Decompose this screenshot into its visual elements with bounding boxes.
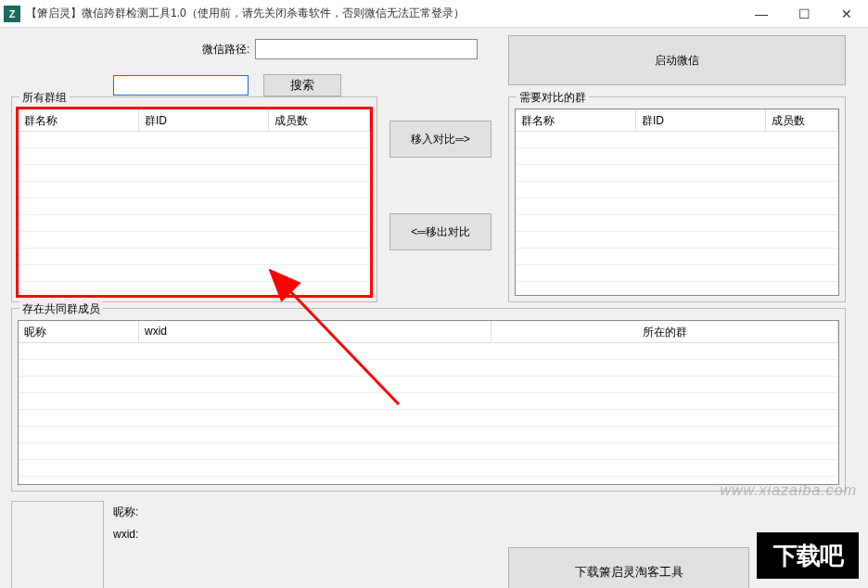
col-wxid[interactable]: wxid xyxy=(139,321,491,342)
common-members-panel: 存在共同群成员 昵称 wxid 所在的群 xyxy=(11,308,846,492)
table-row xyxy=(19,265,370,282)
move-to-compare-button[interactable]: 移入对比═> xyxy=(389,121,491,158)
all-groups-table[interactable]: 群名称 群ID 成员数 xyxy=(16,107,373,298)
site-logo: 下载吧 xyxy=(757,532,859,579)
table-row xyxy=(19,182,370,198)
search-input[interactable] xyxy=(113,75,249,96)
table-row xyxy=(19,393,838,410)
app-icon: Z xyxy=(4,6,20,22)
table-row xyxy=(516,232,838,249)
compare-groups-panel: 需要对比的群 群名称 群ID 成员数 xyxy=(508,96,846,302)
table-row xyxy=(19,198,370,215)
table-row xyxy=(19,360,838,377)
detail-wxid-label: wxid: xyxy=(113,528,857,541)
col-group-id[interactable]: 群ID xyxy=(139,109,269,131)
minimize-button[interactable]: — xyxy=(740,0,783,28)
table-row xyxy=(19,249,370,265)
window-title: 【箫启灵】微信跨群检测工具1.0（使用前，请先关闭杀毒软件，否则微信无法正常登录… xyxy=(26,6,740,21)
table-row xyxy=(19,132,370,148)
remove-from-compare-button[interactable]: <═移出对比 xyxy=(389,213,491,250)
search-button[interactable]: 搜索 xyxy=(263,74,341,96)
all-groups-panel: 所有群组 群名称 群ID 成员数 xyxy=(11,96,377,302)
launch-wechat-button[interactable]: 启动微信 xyxy=(508,35,846,85)
watermark-text: www.xiazaiba.com xyxy=(720,482,857,499)
table-header: 群名称 群ID 成员数 xyxy=(516,109,838,132)
detail-nickname-label: 昵称: xyxy=(113,505,857,520)
table-row xyxy=(19,343,838,360)
table-row xyxy=(516,198,838,215)
table-row xyxy=(19,215,370,232)
col-group-id[interactable]: 群ID xyxy=(636,109,766,131)
col-group-name[interactable]: 群名称 xyxy=(19,109,139,131)
common-members-label: 存在共同群成员 xyxy=(19,301,103,317)
table-header: 昵称 wxid 所在的群 xyxy=(19,321,838,343)
table-row xyxy=(516,265,838,282)
common-members-table[interactable]: 昵称 wxid 所在的群 xyxy=(18,320,839,485)
transfer-buttons: 移入对比═> <═移出对比 xyxy=(389,121,491,306)
table-row xyxy=(19,427,838,443)
all-groups-label: 所有群组 xyxy=(19,90,70,106)
table-row xyxy=(19,377,838,393)
maximize-button[interactable]: ☐ xyxy=(783,0,825,28)
avatar-box xyxy=(11,501,104,588)
table-row xyxy=(19,460,838,477)
table-row xyxy=(19,148,370,165)
table-row xyxy=(516,148,838,165)
table-row xyxy=(19,443,838,460)
table-header: 群名称 群ID 成员数 xyxy=(19,109,370,132)
search-row: 搜索 xyxy=(113,74,341,96)
col-members[interactable]: 成员数 xyxy=(269,109,370,131)
col-group-name[interactable]: 群名称 xyxy=(516,109,636,131)
compare-groups-label: 需要对比的群 xyxy=(517,90,589,106)
table-row xyxy=(516,132,838,148)
window-controls: — ☐ ✕ xyxy=(740,0,868,28)
main-area: 微信路径: 启动微信 搜索 所有群组 群名称 群ID 成员数 移入对 xyxy=(0,28,868,588)
table-row xyxy=(19,232,370,249)
wechat-path-input[interactable] xyxy=(255,39,478,59)
col-in-group[interactable]: 所在的群 xyxy=(491,321,838,342)
col-nickname[interactable]: 昵称 xyxy=(19,321,139,342)
table-row xyxy=(19,410,838,427)
table-row xyxy=(19,165,370,182)
compare-groups-table[interactable]: 群名称 群ID 成员数 xyxy=(515,109,839,296)
table-row xyxy=(516,249,838,265)
col-members[interactable]: 成员数 xyxy=(766,109,838,131)
table-row xyxy=(516,215,838,232)
download-tool-button[interactable]: 下载箫启灵淘客工具 xyxy=(508,547,749,588)
table-row xyxy=(516,182,838,198)
wechat-path-label: 微信路径: xyxy=(202,42,249,58)
titlebar: Z 【箫启灵】微信跨群检测工具1.0（使用前，请先关闭杀毒软件，否则微信无法正常… xyxy=(0,0,868,28)
table-row xyxy=(516,165,838,182)
close-button[interactable]: ✕ xyxy=(825,0,868,28)
